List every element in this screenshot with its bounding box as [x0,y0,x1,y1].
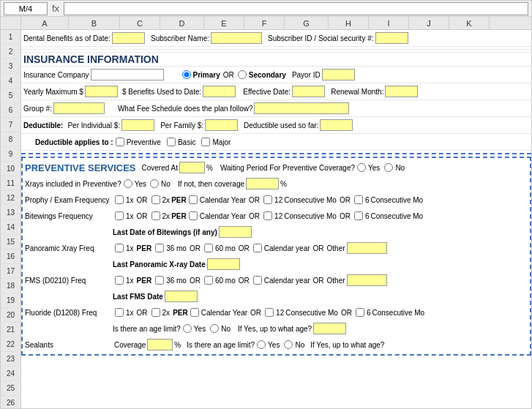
company-input[interactable] [91,69,164,80]
renewal-month-input[interactable] [385,86,418,97]
fee-schedule-input[interactable] [254,102,349,114]
last-pano-input[interactable] [207,258,240,270]
pano-other-input[interactable] [347,242,387,254]
prophy-cal-cb[interactable] [189,195,198,204]
prophy-1x-cb[interactable] [115,195,124,204]
seal-age-yes-radio[interactable] [257,340,266,349]
xray-yes-radio[interactable] [124,179,132,188]
row-num-26[interactable]: 26 [1,396,20,409]
row-num-6[interactable]: 6 [1,103,20,118]
col-header-j[interactable]: J [409,17,449,29]
fluoride-6-cb[interactable] [356,308,364,317]
col-header-i[interactable]: I [369,17,409,29]
pano-36-cb[interactable] [155,244,164,252]
pano-60-cb[interactable] [204,244,213,252]
col-header-b[interactable]: B [69,17,120,29]
sealants-coverage-input[interactable] [147,339,173,350]
fms-1x-cb[interactable] [115,276,124,285]
row-num-12[interactable]: 12 [1,191,20,206]
row-num-24[interactable]: 24 [1,367,20,381]
row-num-7[interactable]: 7 [1,118,20,132]
fms-36-cb[interactable] [155,276,164,285]
age-no-radio[interactable] [210,324,219,333]
benefits-used-input[interactable] [203,86,236,97]
dental-date-input[interactable] [112,32,145,44]
waiting-no-radio[interactable] [384,163,393,172]
payor-id-input[interactable] [322,69,355,80]
prophy-12-cb[interactable] [263,195,272,204]
row-num-8[interactable]: 8 [1,132,20,147]
row-num-19[interactable]: 19 [1,293,20,308]
cell-reference-box[interactable]: M/4 [4,2,48,15]
covered-at-input[interactable] [179,162,205,173]
basic-checkbox[interactable] [167,138,176,146]
prophy-2x-cb[interactable] [151,195,160,204]
row-num-5[interactable]: 5 [1,89,20,103]
bitewings-1x-cb[interactable] [115,211,124,220]
up-to-age-input[interactable] [313,323,346,334]
fluoride-1x-cb[interactable] [115,308,124,317]
row-num-17[interactable]: 17 [1,264,20,279]
fluoride-consec2-label: Consecutive Mo [372,309,424,317]
col-header-e[interactable]: E [204,17,244,29]
pano-calyear-cb[interactable] [253,244,262,252]
subscriber-name-input[interactable] [211,32,262,44]
col-header-g[interactable]: G [285,17,329,29]
bitewings-cal-cb[interactable] [189,211,198,220]
row-num-25[interactable]: 25 [1,381,20,396]
row-num-15[interactable]: 15 [1,235,20,249]
yearly-max-input[interactable] [85,86,118,97]
row-num-14[interactable]: 14 [1,220,20,235]
col-header-k[interactable]: K [449,17,490,29]
waiting-yes-radio[interactable] [357,163,366,172]
row-num-23[interactable]: 23 [1,352,20,367]
last-bitewings-input[interactable] [219,226,252,238]
preventive-checkbox[interactable] [116,138,124,146]
fluoride-2x-cb[interactable] [151,308,160,317]
prophy-6-cb[interactable] [354,195,363,204]
seal-age-no-radio[interactable] [284,340,293,349]
group-input[interactable] [53,102,105,114]
row-num-3[interactable]: 3 [1,59,20,74]
col-header-h[interactable]: H [329,17,369,29]
formula-input[interactable] [64,2,528,15]
col-header-d[interactable]: D [160,17,204,29]
age-yes-radio[interactable] [183,324,192,333]
fms-other-input[interactable] [347,274,387,286]
if-not-input[interactable] [246,178,279,190]
fluoride-12-cb[interactable] [265,308,274,317]
row-num-1[interactable]: 1 [1,30,20,45]
pano-1x-cb[interactable] [115,244,124,252]
deductible-used-input[interactable] [320,119,353,131]
row-num-11[interactable]: 11 [1,176,20,191]
last-fms-input[interactable] [165,290,198,302]
row-num-2[interactable]: 2 [1,45,20,59]
fluoride-cal-cb[interactable] [190,308,199,317]
row-num-16[interactable]: 16 [1,249,20,264]
row-num-4[interactable]: 4 [1,74,20,89]
col-header-f[interactable]: F [244,17,285,29]
subscriber-id-input[interactable] [375,32,408,44]
fms-60-cb[interactable] [204,276,213,285]
per-family-input[interactable] [205,119,238,131]
xray-no-radio[interactable] [150,179,159,188]
fms-calyear-cb[interactable] [253,276,262,285]
row-num-9[interactable]: 9 [1,147,20,162]
row-num-10[interactable]: 10 [1,162,20,176]
row-num-13[interactable]: 13 [1,206,20,220]
bitewings-6-cb[interactable] [354,211,363,220]
effective-date-input[interactable] [292,86,325,97]
row-num-20[interactable]: 20 [1,308,20,323]
row-num-22[interactable]: 22 [1,337,20,352]
primary-radio[interactable] [182,70,191,79]
col-header-a[interactable]: A [21,17,69,29]
bitewings-12-cb[interactable] [263,211,272,220]
secondary-radio[interactable] [238,70,247,79]
row-num-18[interactable]: 18 [1,279,20,293]
major-checkbox[interactable] [201,138,210,146]
per-individual-input[interactable] [121,119,154,131]
col-header-c[interactable]: C [120,17,160,29]
row-num-21[interactable]: 21 [1,323,20,337]
pano-1x-label: 1x [126,244,134,252]
bitewings-2x-cb[interactable] [151,211,160,220]
